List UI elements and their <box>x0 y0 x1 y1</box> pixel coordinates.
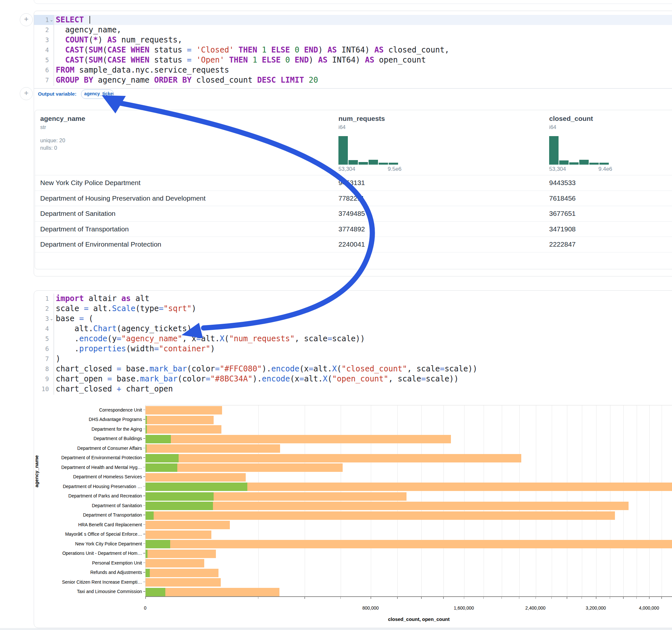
column-header-closed-count[interactable]: closed_count i64 53,304 9.4e6 <box>549 115 611 173</box>
code-text: import altair as alt <box>56 294 149 304</box>
y-axis-label: Department of Environmental Protection <box>61 455 142 460</box>
gridline <box>422 406 422 597</box>
bar-open-count <box>146 454 178 462</box>
y-axis-label: Department of Sanitation <box>92 503 142 508</box>
code-text: COUNT(*) AS num_requests, <box>56 35 182 45</box>
add-cell-button-output[interactable]: + <box>20 87 33 100</box>
y-axis-label: Operations Unit - Department of Hom… <box>62 551 142 556</box>
code-line[interactable]: 6 .properties(width="container") <box>34 344 672 354</box>
python-code-editor[interactable]: 1import altair as alt2scale = alt.Scale(… <box>34 294 672 394</box>
code-text: FROM sample_data.nyc.service_requests <box>56 65 229 75</box>
gridline <box>637 406 637 597</box>
x-tick <box>340 597 341 599</box>
bar-open-count <box>146 569 150 577</box>
code-line[interactable]: 7) <box>34 354 672 364</box>
code-line[interactable]: 5 CAST(SUM(CASE WHEN status = 'Open' THE… <box>34 55 672 65</box>
code-line[interactable]: 8chart_closed = base.mark_bar(color="#FF… <box>34 364 672 374</box>
column-header-num-requests[interactable]: num_requests i64 53,304 9.5e6 <box>338 115 401 173</box>
line-number: 7 <box>34 75 49 85</box>
bar-closed-count <box>146 406 222 414</box>
code-text: SELECT <box>56 15 90 25</box>
cell-value: 3749485 <box>338 210 365 217</box>
code-line[interactable]: 9chart_open = base.mark_bar(color="#8BC3… <box>34 374 672 384</box>
x-tick <box>145 597 146 599</box>
code-line[interactable]: 2 agency_name, <box>34 25 672 35</box>
gridline <box>443 406 444 597</box>
code-line[interactable]: 2scale = alt.Scale(type="sqrt") <box>34 304 672 314</box>
gridline <box>464 406 464 597</box>
gridline <box>341 406 341 597</box>
output-variable-pill[interactable]: agency_tickets <box>81 90 114 99</box>
bar-closed-count <box>146 540 672 548</box>
gridline <box>552 406 552 597</box>
bar-open-count <box>146 463 177 472</box>
code-line[interactable]: 3⌄base = ( <box>34 314 672 324</box>
bar-closed-count <box>146 435 451 443</box>
x-tick <box>581 597 582 599</box>
code-text: CAST(SUM(CASE WHEN status = 'Open' THEN … <box>56 55 426 65</box>
line-number: 2 <box>34 304 49 314</box>
cell-value: 7782211 <box>338 194 364 202</box>
table-row: Department of Environmental Protection22… <box>35 237 672 252</box>
y-axis-label: Department of Health and Mental Hyg… <box>61 465 142 470</box>
x-tick <box>464 597 464 599</box>
table-row: Department of Sanitation37494853677651 <box>35 206 672 221</box>
bar-open-count <box>146 416 147 424</box>
code-line[interactable]: 10chart_closed + chart_open <box>34 384 672 394</box>
y-axis-label: Department of Consumer Affairs <box>77 445 142 451</box>
y-axis-label: Correspondence Unit <box>99 407 142 413</box>
x-tick <box>637 597 637 599</box>
code-line[interactable]: 1import altair as alt <box>34 294 672 304</box>
code-line[interactable]: 7GROUP BY agency_name ORDER BY closed_co… <box>34 75 672 85</box>
code-text: GROUP BY agency_name ORDER BY closed_cou… <box>56 75 318 85</box>
bar-open-count <box>146 502 213 510</box>
code-text: chart_closed + chart_open <box>56 384 173 394</box>
add-cell-button-top[interactable]: + <box>20 13 33 26</box>
line-number: 8 <box>34 364 49 374</box>
y-axis-label: Mayorâ€ s Office of Special Enforce… <box>65 532 142 537</box>
y-axis-label: Taxi and Limousine Commission <box>77 589 142 594</box>
code-text: scale = alt.Scale(type="sqrt") <box>56 304 196 314</box>
bar-open-count <box>146 511 154 520</box>
x-tick <box>535 597 536 599</box>
line-number: 6 <box>34 344 49 354</box>
code-line[interactable]: 4 CAST(SUM(CASE WHEN status = 'Closed' T… <box>34 45 672 55</box>
code-line[interactable]: 4 alt.Chart(agency_tickets) <box>34 324 672 334</box>
cell-value: 3774892 <box>338 225 365 233</box>
x-tick <box>551 597 552 599</box>
x-tick <box>596 597 597 599</box>
text-caret <box>90 16 90 24</box>
chart-y-axis-labels: Correspondence UnitDHS Advantage Program… <box>0 405 145 596</box>
gridline <box>536 406 536 597</box>
x-tick <box>304 597 305 599</box>
closed-count-histogram <box>549 136 611 165</box>
y-axis-label: Department of Transportation <box>83 512 142 517</box>
line-number: 1 <box>34 15 49 25</box>
y-axis-label: Department of Housing Preservation … <box>63 484 142 489</box>
line-number: 4 <box>34 45 49 55</box>
x-tick <box>502 597 502 599</box>
num-requests-histogram <box>338 136 401 165</box>
code-line[interactable]: 3 COUNT(*) AS num_requests, <box>34 35 672 45</box>
bar-closed-count <box>146 559 204 567</box>
y-axis-label: Department of Parks and Recreation <box>68 493 142 499</box>
code-text: base = ( <box>56 314 93 324</box>
y-axis-label: Personal Exemption Unit <box>92 560 142 565</box>
bar-closed-count <box>146 473 246 482</box>
gridline <box>398 406 398 597</box>
x-tick <box>258 597 259 599</box>
code-text: alt.Chart(agency_tickets) <box>56 324 192 334</box>
cell-agency-name: Department of Environmental Protection <box>40 240 162 248</box>
line-number: 2 <box>34 25 49 35</box>
cell-agency-name: Department of Transportation <box>40 225 129 233</box>
column-header-agency-name[interactable]: agency_name str unique: 20 nulls: 0 <box>40 115 85 151</box>
y-axis-label: Department for the Aging <box>91 427 142 432</box>
cell-value: 9453131 <box>338 179 365 187</box>
sql-code-editor[interactable]: 1⌄SELECT 2 agency_name,3 COUNT(*) AS num… <box>34 15 672 85</box>
bar-chart-plot <box>145 405 672 597</box>
code-line[interactable]: 1⌄SELECT <box>34 15 672 25</box>
code-line[interactable]: 6FROM sample_data.nyc.service_requests <box>34 65 672 75</box>
y-axis-label: New York City Police Department <box>75 541 142 547</box>
bar-closed-count <box>146 454 521 462</box>
code-line[interactable]: 5 .encode(y="agency_name", x=alt.X("num_… <box>34 334 672 344</box>
